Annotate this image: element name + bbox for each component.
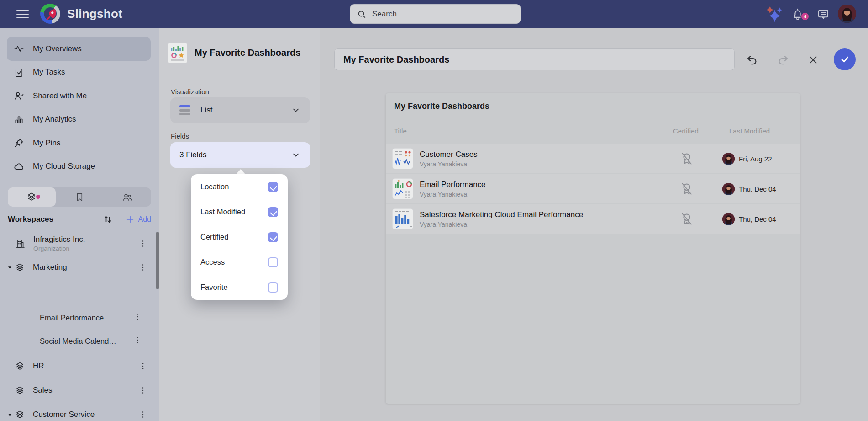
bookmark-icon (74, 192, 85, 203)
tab-members[interactable] (103, 187, 151, 207)
sidebar-item-label: My Tasks (33, 68, 65, 77)
row-owner: Vyara Yanakieva (420, 191, 666, 198)
workspace-row-customer-service[interactable]: Customer Service (7, 404, 151, 421)
kebab-icon (138, 362, 147, 371)
sidebar-item-my-tasks[interactable]: My Tasks (7, 61, 151, 85)
project-item-email-performance[interactable]: Email Performance (40, 314, 131, 322)
workspace-row-organization[interactable]: Infragistics Inc. Organization (7, 231, 151, 256)
menu-item-certified[interactable]: Certified (191, 224, 288, 250)
tab-workspaces[interactable] (8, 187, 56, 207)
workspace-menu-button[interactable] (135, 408, 151, 421)
kebab-icon (133, 312, 142, 321)
search-icon (357, 9, 367, 19)
menu-item-favorite[interactable]: Favorite (191, 275, 288, 300)
close-button[interactable] (805, 52, 821, 68)
workspace-row-marketing[interactable]: Marketing (7, 256, 151, 278)
building-icon (15, 238, 26, 249)
rocket-icon (43, 7, 57, 21)
layers-icon (15, 410, 25, 420)
sidebar-item-shared-with-me[interactable]: Shared with Me (7, 84, 151, 108)
plus-icon (125, 214, 135, 224)
layers-icon (26, 192, 37, 203)
kebab-icon (133, 336, 142, 345)
editor-title: My Favorite Dashboards (195, 48, 300, 58)
check-icon (839, 53, 851, 65)
column-header-last-modified: Last Modified (729, 127, 770, 135)
bar-chart-icon (14, 114, 24, 125)
app-window: Slingshot 4 My Overviews My Ta (0, 0, 868, 421)
sidebar-tabs (8, 187, 151, 207)
list-view-icon (179, 105, 190, 115)
menu-item-location[interactable]: Location (191, 174, 288, 199)
sidebar-item-my-analytics[interactable]: My Analytics (7, 108, 151, 132)
checkbox-access[interactable] (268, 257, 278, 267)
table-row-salesforce-email-performance[interactable]: Salesforce Marketing Cloud Email Perform… (386, 204, 800, 234)
menu-item-label: Access (200, 258, 268, 266)
ai-assistant-button[interactable] (764, 0, 784, 28)
editor-header: My Favorite Dashboards (159, 28, 320, 78)
caret-down-icon[interactable] (7, 412, 13, 418)
hamburger-menu-button[interactable] (16, 8, 29, 20)
shared-user-icon (14, 91, 24, 101)
menu-item-access[interactable]: Access (191, 250, 288, 275)
workspace-menu-button[interactable] (135, 237, 151, 250)
thumbnail-chart-icon (393, 149, 413, 169)
redo-button[interactable] (775, 52, 791, 68)
undo-button[interactable] (744, 52, 760, 68)
undo-icon (746, 53, 758, 66)
tasks-icon (14, 67, 24, 78)
workspace-name: Customer Service (33, 410, 95, 419)
workspaces-sort-button[interactable] (102, 214, 113, 225)
project-item-social-media-calendar[interactable]: Social Media Calend… (40, 337, 131, 346)
visualization-dropdown[interactable]: List (170, 97, 310, 123)
workspace-row-sales[interactable]: Sales (7, 379, 151, 401)
menu-item-label: Favorite (200, 283, 268, 292)
checkbox-last-modified[interactable] (268, 207, 278, 217)
unread-dot (36, 195, 40, 199)
project-menu-button[interactable] (129, 334, 146, 346)
sidebar-item-label: My Cloud Storage (33, 162, 95, 171)
kebab-icon (138, 239, 147, 248)
dashboard-title-input[interactable] (334, 48, 735, 70)
dashboard-thumbnail-icon (168, 43, 187, 63)
layers-icon (15, 262, 25, 273)
user-avatar[interactable] (838, 5, 856, 23)
workspace-add-button[interactable]: Add (125, 214, 151, 224)
workspace-menu-button[interactable] (135, 261, 151, 274)
notification-badge: 4 (800, 12, 810, 21)
search-input[interactable] (372, 10, 514, 19)
checkbox-location[interactable] (268, 182, 278, 192)
sidebar: My Overviews My Tasks Shared with Me My … (0, 28, 159, 421)
owner-avatar (722, 213, 735, 225)
tab-bookmarks[interactable] (56, 187, 104, 207)
menu-item-label: Certified (200, 233, 268, 241)
sidebar-item-my-pins[interactable]: My Pins (7, 131, 151, 155)
messages-button[interactable] (816, 0, 830, 28)
sidebar-item-label: Shared with Me (33, 91, 87, 101)
table-row-email-performance[interactable]: Email Performance Vyara Yanakieva Thu, D… (386, 174, 800, 203)
workspace-menu-button[interactable] (135, 360, 151, 373)
notifications-button[interactable]: 4 (790, 0, 805, 28)
editor-panel: My Favorite Dashboards Visualization Lis… (159, 28, 320, 421)
project-menu-button[interactable] (129, 310, 146, 323)
table-row-customer-cases[interactable]: Customer Cases Vyara Yanakieva Fri, Aug … (386, 144, 800, 173)
card-title: My Favorite Dashboards (394, 101, 489, 111)
sidebar-item-my-cloud-storage[interactable]: My Cloud Storage (7, 155, 151, 179)
main-area: My Favorite Dashboards Title Certified L… (320, 28, 868, 421)
confirm-button[interactable] (834, 48, 856, 70)
kebab-icon (138, 386, 147, 395)
checkbox-favorite[interactable] (268, 282, 278, 293)
sidebar-item-my-overviews[interactable]: My Overviews (7, 37, 151, 61)
close-icon (807, 54, 819, 66)
caret-down-icon[interactable] (7, 265, 13, 271)
fields-dropdown[interactable]: 3 Fields (170, 142, 310, 168)
dashboard-thumbnail (392, 208, 413, 229)
menu-item-last-modified[interactable]: Last Modified (191, 199, 288, 224)
workspace-row-hr[interactable]: HR (7, 355, 151, 377)
checkbox-certified[interactable] (268, 232, 278, 242)
chevron-down-icon (291, 150, 301, 160)
workspace-name: Infragistics Inc. (33, 235, 85, 244)
visualization-value: List (200, 106, 212, 115)
fields-value: 3 Fields (179, 150, 207, 160)
workspace-menu-button[interactable] (135, 384, 151, 397)
